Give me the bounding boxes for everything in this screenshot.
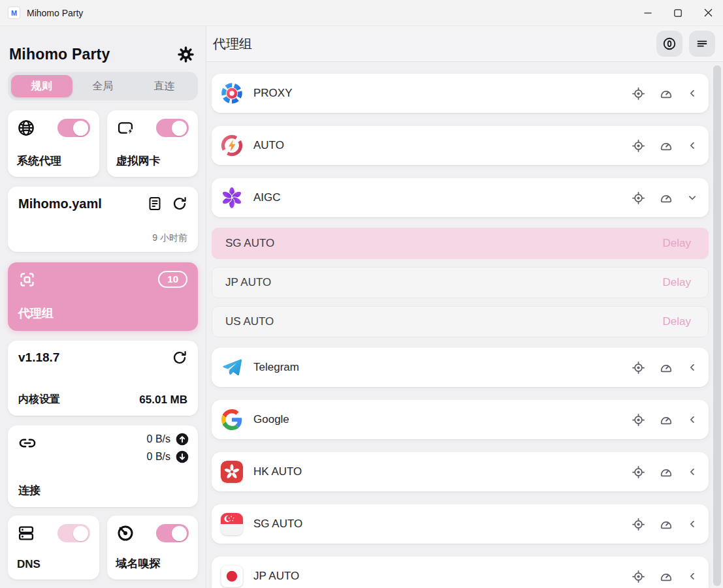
profile-updated-time: 9 小时前: [18, 232, 187, 244]
globe-icon: [17, 119, 35, 137]
close-icon: [704, 8, 713, 17]
tun-label: 虚拟网卡: [116, 153, 189, 168]
sidebar-title: Mihomo Party: [9, 46, 110, 63]
locate-button[interactable]: [632, 191, 645, 205]
tun-toggle[interactable]: [156, 119, 189, 137]
locate-button[interactable]: [632, 361, 645, 375]
tab-rule[interactable]: 规则: [11, 75, 72, 97]
node-name: SG AUTO: [225, 237, 274, 250]
locate-icon: [632, 413, 645, 427]
expand-button[interactable]: [686, 414, 698, 426]
locate-button[interactable]: [632, 139, 645, 153]
tun-card[interactable]: 虚拟网卡: [107, 110, 199, 177]
group-row-proxy[interactable]: PROXY: [212, 74, 709, 113]
locate-icon: [632, 518, 645, 531]
sniffer-card[interactable]: 域名嗅探: [107, 516, 199, 580]
group-row-google[interactable]: Google: [212, 400, 709, 439]
delay-test-button[interactable]: [659, 87, 673, 101]
expand-button[interactable]: [686, 87, 698, 99]
download-speed: 0 B/s: [147, 451, 170, 463]
group-row-hk-auto[interactable]: HK AUTO: [212, 452, 709, 491]
node-name: JP AUTO: [225, 276, 271, 289]
locate-icon: [632, 361, 645, 375]
profile-refresh-button[interactable]: [172, 196, 187, 211]
node-row[interactable]: SG AUTO Delay: [212, 228, 709, 259]
system-proxy-card[interactable]: 系统代理: [8, 110, 99, 177]
settings-button[interactable]: [174, 43, 197, 65]
dns-card[interactable]: DNS: [8, 516, 99, 580]
connections-card[interactable]: 0 B/s 0 B/s 连接: [8, 426, 198, 507]
delay-test-button[interactable]: [659, 570, 673, 583]
expand-button[interactable]: [686, 570, 698, 582]
profile-card[interactable]: Mihomo.yaml: [8, 187, 198, 252]
google-logo-icon: [220, 408, 244, 431]
expand-button[interactable]: [686, 140, 698, 151]
connections-label: 连接: [18, 483, 40, 498]
expand-button[interactable]: [686, 362, 698, 373]
delay-test-button[interactable]: [659, 191, 673, 205]
layout-button[interactable]: [689, 31, 715, 57]
scrollbar-thumb[interactable]: [713, 65, 721, 586]
scrollbar[interactable]: [713, 65, 721, 586]
gauge-icon: [659, 139, 673, 153]
locate-button[interactable]: [632, 87, 645, 101]
expand-button[interactable]: [686, 518, 698, 530]
delay-button[interactable]: Delay: [663, 315, 691, 328]
chevron-down-icon: [686, 192, 698, 204]
group-name: AUTO: [253, 139, 632, 152]
delay-display-button[interactable]: [656, 31, 683, 57]
app-icon: M: [8, 7, 20, 19]
locate-icon: [632, 465, 645, 479]
refresh-icon: [172, 196, 187, 211]
delay-test-button[interactable]: [659, 139, 673, 153]
close-button[interactable]: [693, 0, 723, 26]
locate-button[interactable]: [632, 518, 645, 531]
delay-button[interactable]: Delay: [663, 276, 691, 289]
link-icon: [18, 434, 37, 452]
delay-test-button[interactable]: [659, 361, 673, 375]
group-name: AIGC: [253, 191, 632, 204]
dns-toggle[interactable]: [57, 524, 90, 542]
proxy-groups-card[interactable]: 10 代理组: [8, 262, 198, 331]
proxy-groups-label: 代理组: [18, 305, 187, 321]
group-row-auto[interactable]: AUTO: [212, 126, 709, 165]
group-row-jp-auto[interactable]: JP AUTO: [212, 557, 709, 588]
delay-test-button[interactable]: [659, 465, 673, 479]
collapse-button[interactable]: [686, 192, 698, 204]
tab-direct[interactable]: 直连: [133, 75, 195, 97]
jp-flag-icon: [220, 565, 244, 588]
sniffer-icon: [116, 524, 135, 542]
expand-button[interactable]: [686, 466, 698, 478]
tun-icon: [116, 119, 135, 137]
auto-logo-icon: [220, 134, 244, 157]
minimize-button[interactable]: [633, 0, 663, 26]
node-row[interactable]: JP AUTO Delay: [212, 267, 709, 298]
gauge-icon: [659, 518, 673, 531]
core-refresh-button[interactable]: [172, 350, 187, 365]
group-row-aigc[interactable]: AIGC: [212, 178, 709, 217]
group-row-telegram[interactable]: Telegram: [212, 348, 709, 387]
locate-button[interactable]: [632, 465, 645, 479]
sniffer-toggle[interactable]: [156, 524, 189, 542]
tab-global[interactable]: 全局: [72, 75, 134, 97]
system-proxy-toggle[interactable]: [57, 119, 90, 137]
app-title: Mihomo Party: [27, 8, 83, 18]
refresh-icon: [172, 350, 187, 365]
group-name: Google: [253, 413, 632, 426]
group-row-sg-auto[interactable]: SG AUTO: [212, 504, 709, 544]
delay-test-button[interactable]: [659, 518, 673, 531]
aigc-node-list: SG AUTO Delay JP AUTO Delay US AUTO Dela…: [212, 228, 709, 337]
profile-file-button[interactable]: [147, 196, 163, 211]
lines-icon: [695, 37, 709, 51]
group-name: SG AUTO: [253, 518, 632, 531]
locate-button[interactable]: [632, 570, 645, 583]
delay-test-button[interactable]: [659, 413, 673, 427]
dns-label: DNS: [17, 558, 90, 571]
maximize-button[interactable]: [663, 0, 693, 26]
locate-button[interactable]: [632, 413, 645, 427]
core-settings-label: 内核设置: [18, 393, 60, 407]
core-version: v1.18.7: [18, 350, 59, 365]
core-card[interactable]: v1.18.7 内核设置 65.01 MB: [8, 341, 198, 416]
delay-button[interactable]: Delay: [663, 237, 691, 250]
node-row[interactable]: US AUTO Delay: [212, 306, 709, 337]
